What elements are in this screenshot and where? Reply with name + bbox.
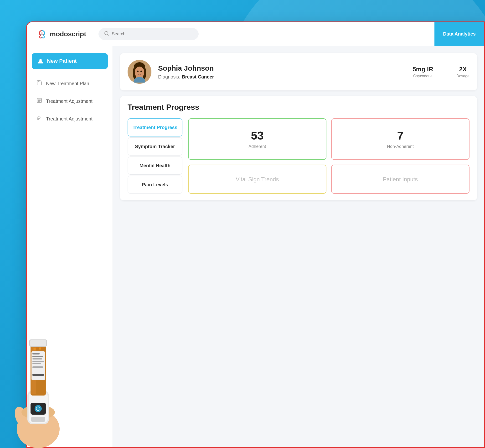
svg-rect-26 [32,356,43,357]
sidebar-item-treatment-adjustment-2[interactable]: Treatment Adjustment [32,111,108,127]
patient-diagnosis: Diagnosis: Breast Cancer [158,74,389,80]
adherent-value: 53 [251,129,264,142]
pill-bottle-decoration [5,314,71,448]
tab-mental-health[interactable]: Mental Health [128,157,182,175]
search-bar[interactable] [99,28,199,40]
logo-text: modoscript [50,30,86,38]
stat-card-vital-signs: Vital Sign Trends [188,165,326,194]
patient-info: Sophia Johnson Diagnosis: Breast Cancer [158,64,389,80]
adjustment-1-icon [37,97,42,105]
svg-rect-29 [32,363,41,364]
search-input[interactable] [112,32,193,37]
sidebar-item-new-treatment-plan[interactable]: New Treatment Plan [32,76,108,91]
svg-rect-3 [39,119,40,120]
treatment-section-title: Treatment Progress [128,103,469,112]
sidebar-item-treatment-adjustment-1[interactable]: Treatment Adjustment [32,93,108,109]
stat-card-adherent: 53 Adherent [188,118,326,160]
main-content: Sophia Johnson Diagnosis: Breast Cancer … [113,46,484,447]
vital-signs-label: Vital Sign Trends [235,176,279,183]
svg-point-35 [41,347,44,349]
treatment-plan-icon [37,80,42,87]
svg-point-17 [35,405,42,412]
sidebar-item-label: New Treatment Plan [46,81,89,86]
sidebar-item-label: Treatment Adjustment [46,98,93,104]
patient-inputs-label: Patient Inputs [383,176,418,183]
header-right: Data Analytics [434,22,484,46]
treatment-tabs: Treatment Progress Symptom Tracker Menta… [128,118,182,194]
search-icon [104,31,109,37]
sidebar-item-label: Treatment Adjustment [46,116,93,122]
svg-rect-23 [30,340,46,346]
stat-card-non-adherent: 7 Non-Adherent [331,118,469,160]
svg-rect-28 [32,361,44,362]
svg-point-32 [33,348,36,350]
svg-point-34 [39,347,41,350]
svg-point-1 [39,59,42,61]
patient-divider [401,64,401,80]
non-adherent-label: Non-Adherent [387,144,414,149]
logo-area: modoscript [37,29,89,40]
patient-divider-2 [445,64,445,80]
svg-rect-19 [31,417,45,422]
adjustment-2-icon [37,115,42,122]
new-patient-button[interactable]: New Patient [32,53,108,69]
app-header: modoscript Data Analytics [27,22,484,46]
adherent-label: Adherent [249,144,266,149]
person-icon [38,58,44,64]
svg-rect-27 [32,358,42,360]
treatment-stats-grid: 53 Adherent 7 Non-Adherent Vital Sign Tr… [188,118,469,194]
svg-rect-25 [32,353,39,354]
avatar-image [128,60,151,84]
treatment-section: Treatment Progress Treatment Progress Sy… [120,96,477,200]
svg-rect-30 [32,366,43,368]
svg-point-33 [36,347,38,349]
patient-dosage: 2X Dosage [456,66,469,78]
stat-card-patient-inputs: Patient Inputs [331,165,469,194]
patient-card: Sophia Johnson Diagnosis: Breast Cancer … [120,53,477,90]
tab-pain-levels[interactable]: Pain Levels [128,176,182,194]
svg-point-9 [137,71,139,72]
logo-icon [37,29,47,40]
tab-symptom-tracker[interactable]: Symptom Tracker [128,137,182,156]
tab-treatment-progress[interactable]: Treatment Progress [128,118,182,136]
main-layout: New Patient New Treatment Plan [27,46,484,447]
app-window: modoscript Data Analytics [26,22,485,448]
svg-rect-31 [32,374,44,376]
patient-avatar [128,60,151,84]
treatment-layout: Treatment Progress Symptom Tracker Menta… [128,118,469,194]
hand-device-svg [5,314,71,448]
patient-medication-dose: 5mg IR Oxycodone [413,66,433,78]
data-analytics-button[interactable]: Data Analytics [434,22,484,46]
patient-name: Sophia Johnson [158,64,389,72]
svg-point-10 [141,71,142,72]
svg-point-8 [135,67,144,78]
non-adherent-value: 7 [397,129,404,142]
